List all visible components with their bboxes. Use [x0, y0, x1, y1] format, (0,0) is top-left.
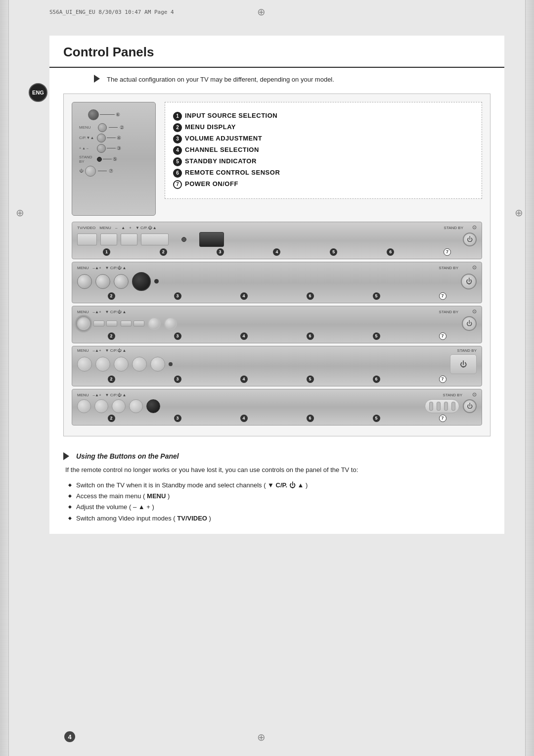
row1-top-labels: TV/VIDEOMENU–▲+ ▼ C/P.⏻ ▲STAND BY ⊙ — [77, 224, 477, 231]
num-2-r3: 2 — [108, 332, 115, 340]
num-7-r4: 7 — [439, 376, 446, 383]
num-3-r5: 3 — [174, 415, 181, 422]
bullet-item-4: Switch among Video input modes ( TV/VIDE… — [68, 513, 490, 524]
btn-standby-r5 — [146, 399, 160, 413]
btn-standby-r2 — [154, 279, 159, 284]
btn-power-r3: ⏻ — [462, 316, 477, 331]
num-6-r3: 6 — [307, 332, 314, 340]
panel-row-2: MENU–▲+▼ C/P.⏻ ▲ STAND BY ⊙ — [72, 262, 482, 303]
num-5-r5: 5 — [373, 415, 380, 422]
instruction-title-text: Using the Buttons on the Panel — [76, 452, 179, 460]
btn-5-r4 — [150, 357, 165, 372]
panel-standby-row: STAND BY ⑤ — [79, 155, 151, 164]
reg-mark-top: ⊕ — [257, 7, 266, 17]
num-5-r1: 5 — [330, 248, 337, 256]
num-3-r4: 3 — [174, 376, 181, 383]
slab-cp1 — [121, 321, 132, 327]
panel-power-row: ⏻ ⑦ — [79, 166, 151, 177]
reg-mark-bottom: ⊕ — [257, 732, 266, 742]
num-4-r3: 4 — [240, 332, 248, 340]
row4-top-labels: MENU–▲+▼ C/P.⏻ ▲ STAND BY — [77, 348, 477, 353]
label-text-2: MENU DISPLAY — [185, 123, 236, 131]
num-5-r4: 5 — [307, 376, 314, 383]
row5-buttons: ⏻ — [77, 399, 477, 413]
eng-badge: ENG — [29, 83, 47, 102]
btn-tvvideo — [77, 234, 97, 245]
left-margin — [0, 0, 9, 756]
instruction-title: Using the Buttons on the Panel — [63, 452, 490, 460]
btn-menu-r3 — [77, 317, 90, 330]
btn-vol2-r2 — [114, 274, 129, 289]
btn-standby-1 — [181, 237, 186, 242]
num-2-r5: 2 — [108, 415, 115, 422]
panel-vol-row: + ▲ – ③ — [79, 144, 151, 153]
num-4-r5: 4 — [240, 415, 248, 422]
row3-top-labels: MENU–▲+▼ C/P.⏻ ▲ STAND BY ⊙ — [77, 308, 477, 315]
bullet-item-2: Access the main menu ( MENU ) — [68, 491, 490, 502]
label-num-5: 5 — [173, 157, 182, 166]
btn-3-r4 — [114, 357, 129, 372]
num-7-r1: 7 — [444, 248, 451, 256]
label-item-3: 3 VOLUME ADJUSTMENT — [173, 135, 474, 143]
row5-numbers: 2 3 4 6 5 7 — [77, 415, 477, 422]
title-section: Control Panels — [49, 36, 504, 68]
btn-vol-group-r3 — [93, 321, 117, 327]
btn-2-r4 — [95, 357, 110, 372]
num-3-r1: 3 — [217, 248, 224, 256]
num-6-r4: 6 — [373, 376, 380, 383]
btn-cp-r3 — [148, 317, 161, 330]
num-4-r4: 4 — [240, 376, 248, 383]
label-num-3: 3 — [173, 135, 182, 143]
btn-vol-1 — [121, 234, 137, 245]
btn-power-r5: ⏻ — [463, 399, 477, 413]
label-text-4: CHANNEL SELECTION — [185, 146, 259, 153]
num-5-r3: 5 — [373, 332, 380, 340]
row5-top-labels: MENU–▲+▼ C/P.⏻ ▲ STAND BY ⊙ — [77, 391, 477, 398]
btn-power-rect-r4: ⏻ — [450, 354, 477, 374]
slab-vol1 — [93, 321, 104, 327]
label-item-7: 7 POWER ON/OFF — [173, 180, 474, 189]
num-1-r1: 1 — [103, 248, 110, 256]
btn-2-r5 — [94, 399, 108, 413]
num-7-r2: 7 — [439, 292, 446, 300]
row2-numbers: 2 3 4 6 5 7 — [77, 292, 477, 300]
labels-section: 1 INPUT SOURCE SELECTION 2 MENU DISPLAY … — [165, 102, 482, 199]
row3-numbers: 2 3 4 6 5 7 — [77, 332, 477, 340]
label-num-1: 1 — [173, 112, 182, 121]
bullet-item-3: Adjust the volume ( – ▲ + ) — [68, 502, 490, 513]
label-text-3: VOLUME ADJUSTMENT — [185, 135, 262, 142]
panel-row-3: MENU–▲+▼ C/P.⏻ ▲ STAND BY ⊙ — [72, 306, 482, 343]
btn-power-r2: ⏻ — [461, 274, 477, 289]
page-wrapper: S56A_UI_ENG_EU 8/30/03 10:47 AM Page 4 ⊕… — [0, 0, 534, 756]
panel-menu-row: MENU ② — [79, 123, 151, 132]
main-content: Control Panels The actual configuration … — [49, 36, 504, 534]
label-item-5: 5 STANDBY INDICATOR — [173, 157, 474, 166]
num-4-r2: 4 — [240, 292, 248, 300]
btn-grip-r5 — [425, 399, 459, 413]
num-3-r3: 3 — [174, 332, 181, 340]
page-number: 4 — [64, 731, 75, 742]
btn-vol-r2 — [95, 274, 110, 289]
page-title: Control Panels — [63, 45, 490, 60]
label-text-6: REMOTE CONTROL SENSOR — [185, 169, 280, 176]
notice-text: The actual configuration on your TV may … — [107, 75, 334, 85]
diagram-inner: ⑥ MENU ② C/P.▼▲ — [72, 102, 482, 216]
label-text-7: POWER ON/OFF — [185, 180, 238, 188]
diagram-section: ⑥ MENU ② C/P.▼▲ — [63, 94, 490, 436]
label-num-6: 6 — [173, 169, 182, 178]
num-7-r3: 7 — [439, 332, 446, 340]
num-2-r4: 2 — [108, 376, 115, 383]
label-item-6: 6 REMOTE CONTROL SENSOR — [173, 169, 474, 178]
reg-mark-right: ⊕ — [515, 208, 523, 218]
panel-cp-row: C/P.▼▲ ④ — [79, 134, 151, 142]
instructions-section: Using the Buttons on the Panel If the re… — [49, 445, 504, 534]
panel-row-1: TV/VIDEOMENU–▲+ ▼ C/P.⏻ ▲STAND BY ⊙ — [72, 222, 482, 259]
label-num-2: 2 — [173, 123, 182, 132]
btn-cp-r2 — [132, 272, 151, 291]
btn-menu-r2 — [77, 274, 92, 289]
num-2-r2: 2 — [108, 292, 115, 300]
label-item-1: 1 INPUT SOURCE SELECTION — [173, 112, 474, 121]
arrow-icon-2 — [63, 452, 69, 460]
num-3-r2: 3 — [174, 292, 181, 300]
label-num-4: 4 — [173, 146, 182, 155]
